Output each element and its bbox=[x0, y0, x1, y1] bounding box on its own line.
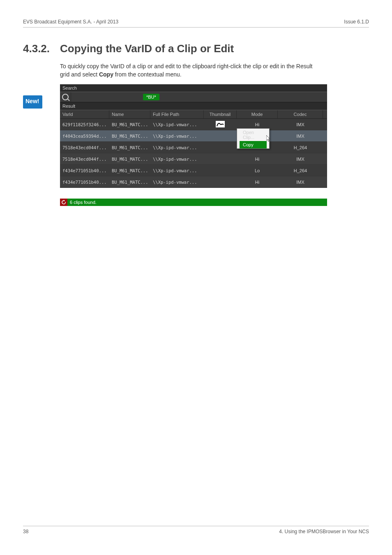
col-name[interactable]: Name bbox=[109, 110, 150, 118]
cell-thumbnail bbox=[204, 121, 237, 128]
search-section-label: Search bbox=[60, 84, 327, 92]
para-part-a: To quickly copy the VarID of a clip or a… bbox=[60, 63, 313, 78]
cell-codec: IMX bbox=[278, 134, 323, 139]
cell-codec: H_264 bbox=[278, 168, 323, 173]
thumbnail-icon bbox=[216, 121, 225, 127]
col-thumbnail[interactable]: Thumbnail bbox=[204, 110, 237, 118]
cell-codec: IMX bbox=[278, 180, 323, 185]
cell-path: \\Xp-ipd-vmwar... bbox=[150, 168, 204, 173]
para-bold: Copy bbox=[99, 71, 113, 78]
status-text: 6 clips found. bbox=[70, 200, 97, 205]
cell-name: BU_M61_MATC... bbox=[109, 168, 150, 173]
table-row[interactable]: f434e771051b40...BU_M61_MATC...\\Xp-ipd-… bbox=[60, 176, 327, 188]
menu-item-copy[interactable]: Copy bbox=[240, 141, 267, 148]
cell-path: \\Xp-ipd-vmwar... bbox=[150, 157, 204, 162]
app-window: Search *BU* Result VarId Name Full File … bbox=[60, 84, 327, 206]
col-codec[interactable]: Codec bbox=[278, 110, 323, 118]
col-varid[interactable]: VarId bbox=[60, 110, 109, 118]
new-badge: New! bbox=[23, 95, 42, 109]
col-path[interactable]: Full File Path bbox=[150, 110, 204, 118]
cell-varid: f4043cea59394d... bbox=[60, 134, 109, 139]
table-row[interactable]: 7518e43ecd044f...BU_M61_MATC...\\Xp-ipd-… bbox=[60, 142, 327, 153]
search-icon bbox=[62, 94, 69, 100]
cell-varid: f434e771051b40... bbox=[60, 180, 109, 185]
cell-mode: Hi bbox=[237, 122, 278, 127]
section-paragraph: To quickly copy the VarID of a clip or a… bbox=[60, 62, 323, 79]
cell-varid: f434e771051b40... bbox=[60, 168, 109, 173]
para-part-b: from the contextual menu. bbox=[113, 71, 182, 78]
refresh-button[interactable] bbox=[60, 199, 67, 206]
grid-body: 629f11825f3246...BU_M61_MATC...\\Xp-ipd-… bbox=[60, 119, 327, 188]
page-number: 38 bbox=[23, 529, 28, 534]
grid-header: VarId Name Full File Path Thumbnail Mode… bbox=[60, 110, 327, 119]
refresh-icon bbox=[61, 200, 66, 205]
table-row[interactable]: 629f11825f3246...BU_M61_MATC...\\Xp-ipd-… bbox=[60, 119, 327, 130]
footer-right: 4. Using the IPMOSBrowser in Your NCS bbox=[279, 529, 369, 534]
cell-path: \\Xp-ipd-vmwar... bbox=[150, 122, 204, 127]
section-title: Copying the VarID of a Clip or Edit bbox=[60, 42, 234, 55]
cursor-icon bbox=[264, 135, 269, 142]
col-mode[interactable]: Mode bbox=[237, 110, 278, 118]
cell-name: BU_M61_MATC... bbox=[109, 145, 150, 150]
cell-name: BU_M61_MATC... bbox=[109, 157, 150, 162]
search-button[interactable] bbox=[60, 92, 71, 102]
result-section-label: Result bbox=[60, 102, 327, 110]
cell-codec: H_264 bbox=[278, 145, 323, 150]
table-row[interactable]: f4043cea59394d...BU_M61_MATC...\\Xp-ipd-… bbox=[60, 130, 327, 142]
header-left: EVS Broadcast Equipment S.A. - April 201… bbox=[23, 19, 118, 25]
cell-path: \\Xp-ipd-vmwar... bbox=[150, 134, 204, 139]
search-term-chip[interactable]: *BU* bbox=[143, 94, 159, 100]
table-row[interactable]: f434e771051b40...BU_M61_MATC...\\Xp-ipd-… bbox=[60, 165, 327, 176]
table-row[interactable]: 7518e43ecd044f...BU_M61_MATC...\\Xp-ipd-… bbox=[60, 153, 327, 165]
menu-item-open-clip[interactable]: Open Clip... bbox=[240, 129, 267, 141]
cell-codec: IMX bbox=[278, 157, 323, 162]
header-right: Issue 6.1.D bbox=[344, 19, 369, 25]
cell-mode: Lo bbox=[237, 168, 278, 173]
cell-name: BU_M61_MATC... bbox=[109, 180, 150, 185]
cell-varid: 7518e43ecd044f... bbox=[60, 145, 109, 150]
cell-mode: Hi bbox=[237, 157, 278, 162]
status-bar: 6 clips found. bbox=[60, 199, 327, 206]
cell-varid: 7518e43ecd044f... bbox=[60, 157, 109, 162]
cell-name: BU_M61_MATC... bbox=[109, 134, 150, 139]
cell-name: BU_M61_MATC... bbox=[109, 122, 150, 127]
cell-varid: 629f11825f3246... bbox=[60, 122, 109, 127]
section-number: 4.3.2. bbox=[23, 42, 60, 55]
cell-path: \\Xp-ipd-vmwar... bbox=[150, 145, 204, 150]
cell-path: \\Xp-ipd-vmwar... bbox=[150, 180, 204, 185]
cell-mode: Hi bbox=[237, 180, 278, 185]
cell-codec: IMX bbox=[278, 122, 323, 127]
search-bar: *BU* bbox=[60, 92, 327, 102]
